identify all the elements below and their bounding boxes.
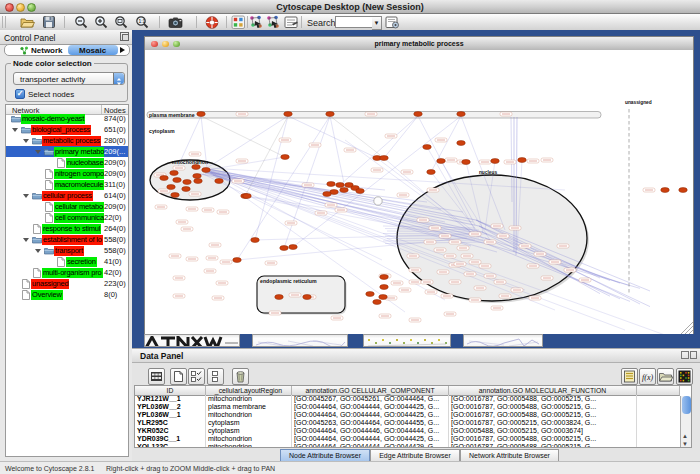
svg-text:f(x): f(x) [642, 373, 653, 382]
svg-text:plasma membrane: plasma membrane [149, 112, 195, 118]
svg-text:cytoplasm: cytoplasm [149, 128, 175, 134]
svg-text:mitochondrion: mitochondrion [172, 159, 208, 165]
svg-text:1:1: 1:1 [138, 18, 145, 24]
svg-text:nucleus: nucleus [479, 170, 497, 175]
svg-text:unassigned: unassigned [625, 100, 652, 105]
svg-text:endoplasmic reticulum: endoplasmic reticulum [260, 278, 317, 284]
